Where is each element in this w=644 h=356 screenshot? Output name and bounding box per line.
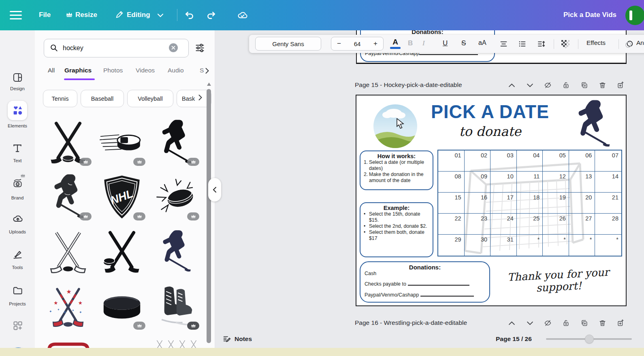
sidebar-item-apps[interactable] [0,318,35,337]
result-flying-puck[interactable] [97,117,147,167]
result-hockey-player-black[interactable] [151,117,201,167]
resize-button[interactable]: Resize [75,11,97,19]
notes-button[interactable]: Notes [222,335,252,343]
design-title[interactable]: PICK A DATE [417,101,563,123]
move-page-up-icon[interactable] [508,321,515,326]
chip-volleyball[interactable]: Volleyball [127,90,173,107]
italic-button[interactable]: I [422,39,425,47]
text-color-button[interactable]: A [390,38,401,49]
chip-baseball[interactable]: Baseball [81,90,124,107]
text-color-swatch [390,47,401,49]
sidebar-item-projects[interactable]: Projects [0,282,35,314]
sidebar-item-elements[interactable]: Elements [0,100,35,134]
redo-button[interactable] [206,10,216,21]
chips-scroll-chevron-icon[interactable] [198,94,203,101]
text-case-button[interactable]: aA [478,39,486,47]
result-crossed-sticks-with-puck[interactable] [43,117,93,167]
calendar-cell: 23 [465,214,491,235]
underline-button[interactable]: U [443,39,448,47]
result-goal-net-red[interactable] [43,336,93,349]
sidebar-item-design[interactable]: Design [0,69,35,97]
svg-text:★: ★ [66,288,72,295]
sidebar-item-uploads[interactable]: Uploads [0,210,35,242]
file-menu-button[interactable]: File [39,11,51,19]
text-align-icon[interactable] [499,40,508,48]
delete-page-icon[interactable] [599,319,606,327]
hide-page-icon[interactable] [544,81,552,89]
zoom-slider-thumb[interactable] [585,335,594,343]
panel-collapse-handle[interactable] [208,178,221,201]
delete-page-icon[interactable] [599,81,606,89]
bullet-list-icon[interactable] [518,40,527,48]
result-hockey-player-navy[interactable] [151,227,201,277]
chip-tennis[interactable]: Tennis [43,90,77,107]
result-ice-skates[interactable] [151,281,201,331]
result-hockey-glove-sketch[interactable] [97,336,147,349]
line-spacing-icon[interactable] [537,40,546,48]
result-nhl-shield[interactable]: NHL [97,172,147,222]
tab-photos[interactable]: Photos [103,67,123,74]
chevron-down-icon[interactable] [157,13,164,18]
add-page-icon[interactable] [617,319,625,327]
editing-mode-dropdown[interactable]: Editing [127,11,150,19]
strikethrough-button[interactable]: S [461,39,466,47]
panel-scrollbar-thumb[interactable] [207,89,211,343]
calendar[interactable]: 0102030405060708091011121314151617181920… [437,150,622,256]
sidebar-item-text[interactable]: Text [0,140,35,169]
add-page-icon[interactable] [617,81,625,89]
move-page-up-icon[interactable] [508,83,515,88]
design-subtitle[interactable]: to donate [417,124,563,139]
unlock-page-icon[interactable] [562,319,570,327]
design-page-15[interactable]: PICK A DATE to donate How it works: 1.Se… [356,95,627,306]
result-hockey-player-sketch[interactable] [43,172,93,222]
result-puck-breaking-wall[interactable] [151,172,201,222]
font-size-value[interactable]: 64 [354,40,361,47]
tab-graphics[interactable]: Graphics [64,67,92,74]
sidebar-item-brand[interactable]: co Brand [0,173,35,206]
avatar-letter-partial [629,11,632,20]
tab-audio[interactable]: Audio [168,67,184,74]
tabs-scroll-chevron-icon[interactable] [205,68,210,74]
thank-you-text[interactable]: Thank you for your support! [491,265,626,296]
duplicate-page-icon[interactable] [580,81,588,89]
tab-all[interactable]: All [48,67,55,74]
hockey-player-silhouette[interactable] [574,99,612,150]
unlock-page-icon[interactable] [562,81,570,89]
duplicate-page-icon[interactable] [580,319,588,327]
tab-videos[interactable]: Videos [136,67,155,74]
canva-editor: File Resize Editing Pick a Date Vids [0,0,644,356]
undo-button[interactable] [184,10,195,21]
font-size-increase-button[interactable]: + [373,40,377,48]
clear-search-icon[interactable] [169,43,178,52]
hide-page-icon[interactable] [544,319,552,327]
font-size-decrease-button[interactable]: − [337,40,341,48]
result-mini-sticks-pattern[interactable] [151,336,201,349]
document-title[interactable]: Pick a Date Vids [563,11,616,19]
effects-button[interactable]: Effects [586,39,606,47]
font-family-selector[interactable]: Genty Sans [255,37,321,51]
sky-hills-circle-image[interactable] [373,104,417,148]
result-crossed-sticks-solid[interactable] [97,227,147,277]
example-box[interactable]: Example: •Select the 15th, donate $15. •… [360,202,433,257]
hamburger-menu-icon[interactable] [10,11,22,19]
animate-icon[interactable] [625,40,634,49]
bold-button[interactable]: B [408,39,413,47]
how-it-works-box[interactable]: How it works: 1.Select a date (or multip… [360,150,433,190]
search-input[interactable] [62,39,165,57]
scrollbar-up-arrow[interactable] [207,82,211,86]
animate-button[interactable]: Animate [636,39,644,47]
move-page-down-icon[interactable] [527,83,533,88]
move-page-down-icon[interactable] [527,321,533,326]
transparency-icon[interactable] [561,40,569,48]
page15-title[interactable]: Page 15 - Hockey-pick-a-date-editable [355,81,462,89]
result-hockey-puck[interactable] [97,281,147,331]
sidebar-item-tools[interactable]: Tools [0,246,35,277]
filter-settings-icon[interactable] [194,42,205,53]
result-crossed-sticks-outline[interactable] [43,227,93,277]
page16-title[interactable]: Page 16 - Wrestling-pick-a-date-editable [355,319,467,326]
search-box[interactable] [44,39,189,57]
result-crossed-sticks-stars[interactable]: ★ ★ ★ ✦✦✦✦✦ [43,281,93,331]
donations-box[interactable]: Donations: Cash Checks payable to Paypal… [360,261,490,303]
tab-more-truncated[interactable]: S [200,67,204,74]
avatar[interactable] [625,6,644,25]
